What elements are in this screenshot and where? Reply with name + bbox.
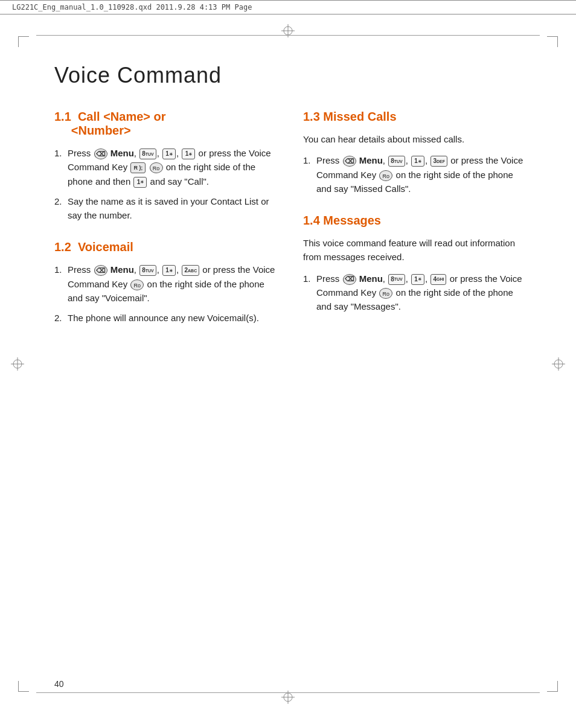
header-text: LG221C_Eng_manual_1.0_110928.qxd 2011.9.…: [12, 3, 252, 11]
section-1-1: 1.1 Call <Name> or <Number> 1. Press ⌫ M…: [54, 110, 279, 222]
vc-key-1: R );: [130, 162, 146, 173]
step-content-1-4: Press ⌫ Menu, 8TUV, 1☀, 4GHI or press th…: [316, 272, 528, 314]
section-1-3-step1: 1. Press ⌫ Menu, 8TUV, 1☀, 3DEF or press…: [303, 153, 528, 196]
step-num-2: 2.: [54, 194, 65, 223]
step-content-1-3: Press ⌫ Menu, 8TUV, 1☀, 3DEF or press th…: [316, 153, 528, 196]
section-1-2-heading: 1.2 Voicemail: [54, 240, 279, 254]
vc-key-icon-2: Ro: [130, 279, 144, 290]
step-num-2b: 2.: [54, 311, 65, 325]
corner-mark-br: [547, 681, 558, 692]
key-3def: 3DEF: [430, 156, 447, 167]
key-1c: 1☀: [133, 177, 147, 188]
section-1-4-heading: 1.4 Messages: [303, 214, 528, 228]
section-1-4-intro: This voice command feature will read out…: [303, 236, 528, 264]
section-1-4-step1: 1. Press ⌫ Menu, 8TUV, 1☀, 4GHI or press…: [303, 272, 528, 314]
key-8tuv-3: 8TUV: [388, 156, 405, 167]
two-column-layout: 1.1 Call <Name> or <Number> 1. Press ⌫ M…: [54, 110, 528, 343]
menu-phone-key-3: ⌫: [343, 156, 356, 167]
step-num: 1.: [54, 146, 65, 188]
section-1-4: 1.4 Messages This voice command feature …: [303, 214, 528, 313]
section-1-1-step2: 2. Say the name as it is saved in your C…: [54, 194, 279, 223]
menu-label-2: Menu: [110, 264, 134, 275]
key-1a: 1☀: [162, 148, 176, 159]
main-content: Voice Command 1.1 Call <Name> or <Number…: [0, 14, 576, 391]
section-1-1-step1: 1. Press ⌫ Menu, 8TUV, 1☀, 1☀ or press t…: [54, 146, 279, 188]
page-number: 40: [54, 679, 64, 689]
page-container: LG221C_Eng_manual_1.0_110928.qxd 2011.9.…: [0, 0, 576, 728]
section-1-3-heading: 1.3 Missed Calls: [303, 110, 528, 124]
section-1-2-step2: 2. The phone will announce any new Voice…: [54, 311, 279, 325]
menu-label: Menu: [110, 148, 134, 158]
key-8tuv-2: 8TUV: [139, 265, 156, 276]
section-1-2-step1: 1. Press ⌫ Menu, 8TUV, 1☀, 2ABC or press…: [54, 263, 279, 305]
bottom-rule: [36, 692, 540, 693]
menu-label-3: Menu: [359, 155, 383, 165]
section-1-1-heading: 1.1 Call <Name> or <Number>: [54, 110, 279, 138]
key-1-vm: 1☀: [162, 265, 176, 276]
header-bar: LG221C_Eng_manual_1.0_110928.qxd 2011.9.…: [0, 0, 576, 14]
step-content-1: Press ⌫ Menu, 8TUV, 1☀, 2ABC or press th…: [68, 263, 279, 305]
key-1b: 1☀: [182, 148, 195, 159]
key-2abc: 2ABC: [182, 265, 199, 276]
section-1-2: 1.2 Voicemail 1. Press ⌫ Menu, 8TUV, 1☀,…: [54, 240, 279, 325]
key-8tuv-4: 8TUV: [388, 274, 405, 285]
step-num-1-3: 1.: [303, 153, 314, 196]
step-content: Press ⌫ Menu, 8TUV, 1☀, 1☀ or press the …: [68, 146, 279, 188]
key-8tuv: 8TUV: [139, 148, 156, 159]
vc-key-icon-4: Ro: [379, 288, 392, 299]
left-column: 1.1 Call <Name> or <Number> 1. Press ⌫ M…: [54, 110, 279, 343]
key-1-msg: 1☀: [411, 274, 424, 285]
corner-mark-bl: [18, 681, 29, 692]
right-column: 1.3 Missed Calls You can hear details ab…: [303, 110, 528, 343]
menu-label-4: Menu: [359, 273, 383, 284]
key-1-mc: 1☀: [411, 156, 424, 167]
step-num-1-4: 1.: [303, 272, 314, 314]
section-1-3: 1.3 Missed Calls You can hear details ab…: [303, 110, 528, 196]
step-content-2: Say the name as it is saved in your Cont…: [68, 194, 279, 223]
step-content-2b: The phone will announce any new Voicemai…: [68, 311, 279, 325]
section-1-3-intro: You can hear details about missed calls.: [303, 132, 528, 146]
menu-phone-key: ⌫: [94, 148, 107, 159]
vc-key-icon: Ro: [150, 162, 163, 173]
step-num-1: 1.: [54, 263, 65, 305]
page-title: Voice Command: [54, 63, 528, 88]
vc-key-icon-3: Ro: [379, 170, 392, 181]
menu-phone-key-4: ⌫: [343, 274, 356, 285]
menu-phone-key-2: ⌫: [94, 265, 107, 276]
key-4ghi: 4GHI: [430, 274, 446, 285]
